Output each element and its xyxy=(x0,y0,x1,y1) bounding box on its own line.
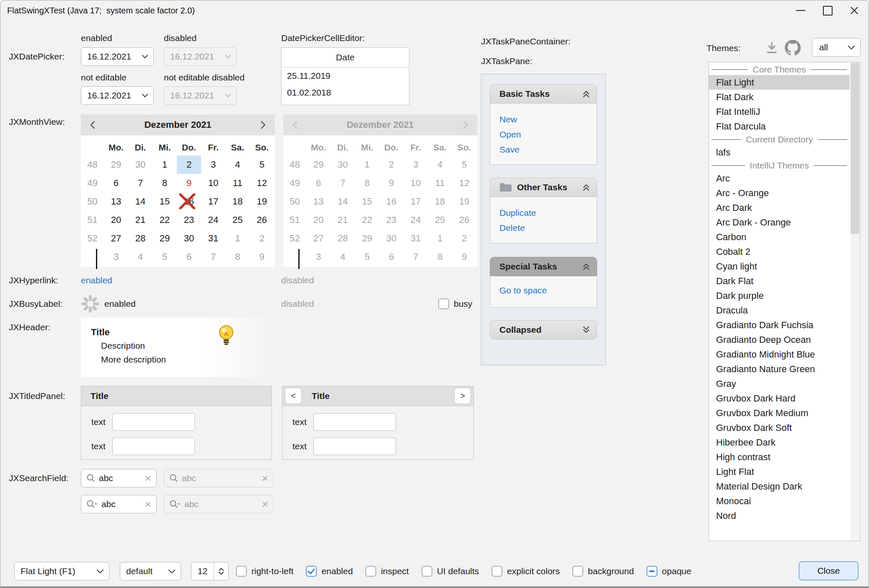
calendar-day-cell[interactable]: 29 xyxy=(153,229,177,248)
theme-row[interactable]: Monocai xyxy=(709,494,850,508)
theme-row[interactable]: IntelliJ Themes xyxy=(709,160,850,171)
datepicker-dropdown-button[interactable] xyxy=(132,54,153,59)
title-bar[interactable]: FlatSwingXTest (Java 17; system scale fa… xyxy=(0,0,869,21)
theme-row[interactable]: Hiberbee Dark xyxy=(709,435,850,450)
close-button[interactable]: Close xyxy=(799,561,859,580)
task-link[interactable]: Delete xyxy=(499,220,597,236)
calendar-day-cell[interactable]: 4 xyxy=(128,248,153,266)
theme-row[interactable]: Current Directory xyxy=(709,134,850,145)
calendar-day-cell[interactable]: 4 xyxy=(225,155,250,174)
theme-row[interactable]: Arc Dark - Orange xyxy=(709,215,850,230)
table-row[interactable]: 01.02.2018 xyxy=(282,84,409,101)
calendar-day-cell[interactable]: 14 xyxy=(128,192,153,211)
calendar-day-cell[interactable]: 7 xyxy=(128,174,153,192)
toolbar-checkbox[interactable]: background xyxy=(572,566,634,577)
theme-row[interactable]: Light Flat xyxy=(709,464,850,479)
taskpane-basic-header[interactable]: Basic Tasks xyxy=(490,84,597,104)
calendar-day-cell[interactable]: 1 xyxy=(153,155,177,174)
calendar-day-cell[interactable]: 3 xyxy=(104,248,128,266)
calendar-day-cell[interactable]: 11 xyxy=(225,174,250,192)
datepicker-not-editable[interactable]: 16.12.2021 xyxy=(81,86,154,105)
theme-row[interactable]: High contrast xyxy=(709,450,850,464)
minimize-button[interactable] xyxy=(787,0,814,21)
theme-row[interactable]: Gradianto Midnight Blue xyxy=(709,347,850,362)
theme-row[interactable]: lafs xyxy=(709,145,850,160)
toolbar-checkbox[interactable]: enabled xyxy=(306,566,353,577)
calendar-day-cell[interactable]: 1 xyxy=(225,229,250,248)
calendar-day-cell[interactable]: 23 xyxy=(177,211,201,229)
font-size-spinner[interactable]: 12 xyxy=(191,562,229,580)
calendar-day-cell[interactable]: 26 xyxy=(250,211,274,229)
calendar-day-cell[interactable]: 10 xyxy=(201,174,225,192)
calendar-day-cell[interactable]: 27 xyxy=(104,229,128,248)
calendar-day-cell[interactable]: 19 xyxy=(250,192,274,211)
task-link[interactable]: New xyxy=(499,112,597,127)
text-input[interactable] xyxy=(112,438,195,455)
theme-row[interactable]: Cobalt 2 xyxy=(709,244,850,259)
theme-row[interactable]: Gradianto Dark Fuchsia xyxy=(709,318,850,332)
calendar-day-cell[interactable]: 52 xyxy=(81,229,104,248)
calendar-day-cell[interactable]: 6 xyxy=(177,248,201,266)
calendar-day-cell[interactable] xyxy=(81,248,104,266)
theme-row[interactable]: Flat IntelliJ xyxy=(709,104,850,119)
lookandfeel-combobox[interactable]: Flat Light (F1) xyxy=(14,562,109,580)
calendar-day-cell[interactable]: 50 xyxy=(81,192,104,211)
task-link[interactable]: Save xyxy=(499,142,597,157)
theme-row[interactable]: Dracula xyxy=(709,303,850,318)
calendar-day-cell[interactable]: 30 xyxy=(177,229,201,248)
calendar-day-cell[interactable]: 3 xyxy=(201,155,225,174)
taskpane-collapsed-header[interactable]: Collapsed xyxy=(490,320,597,339)
calendar-day-cell[interactable]: 18 xyxy=(225,192,250,211)
titled-panel-next-button[interactable]: > xyxy=(454,388,471,404)
calendar-day-cell[interactable]: 24 xyxy=(201,211,225,229)
clear-icon[interactable]: × xyxy=(145,469,151,487)
theme-row[interactable]: Cyan light xyxy=(709,259,850,274)
datepicker-dropdown-button[interactable] xyxy=(132,93,153,98)
calendar-day-cell[interactable]: 16 xyxy=(177,192,201,211)
calendar-day-cell[interactable]: 28 xyxy=(128,229,153,248)
theme-row[interactable]: Gruvbox Dark Soft xyxy=(709,420,850,435)
theme-row[interactable]: Gray xyxy=(709,376,850,391)
calendar-day-cell[interactable]: 9 xyxy=(177,174,201,192)
clear-icon[interactable]: × xyxy=(145,495,151,513)
calendar-day-cell[interactable]: 25 xyxy=(225,211,250,229)
next-month-button[interactable] xyxy=(251,114,275,135)
calendar-day-cell[interactable]: 2 xyxy=(250,229,274,248)
text-input[interactable] xyxy=(313,438,396,455)
calendar-day-cell[interactable]: 17 xyxy=(201,192,225,211)
scrollbar-thumb[interactable] xyxy=(851,63,859,234)
style-combobox[interactable]: default xyxy=(120,562,181,580)
datepicker-enabled[interactable]: 16.12.2021 xyxy=(81,47,154,66)
theme-row[interactable]: Flat Darcula xyxy=(709,119,850,134)
search-field-enabled[interactable]: abc × xyxy=(81,469,157,487)
taskpane-special-header[interactable]: Special Tasks xyxy=(490,257,597,276)
maximize-button[interactable] xyxy=(814,0,841,21)
calendar-day-cell[interactable]: 7 xyxy=(201,248,225,266)
themes-scrollbar[interactable] xyxy=(851,63,859,540)
task-link[interactable]: Open xyxy=(499,127,597,142)
theme-row[interactable]: Gradianto Nature Green xyxy=(709,362,850,376)
theme-row[interactable]: Gruvbox Dark Medium xyxy=(709,406,850,420)
task-link[interactable]: Duplicate xyxy=(499,205,597,220)
toolbar-checkbox[interactable]: right-to-left xyxy=(236,566,293,577)
spinner-buttons[interactable] xyxy=(214,562,228,580)
close-window-button[interactable] xyxy=(841,0,868,21)
task-link[interactable]: Go to space xyxy=(499,283,597,298)
download-themes-button[interactable] xyxy=(765,41,779,57)
taskpane-other-header[interactable]: Other Tasks xyxy=(490,178,597,197)
calendar-day-cell[interactable]: 12 xyxy=(250,174,274,192)
theme-row[interactable]: Dark Flat xyxy=(709,274,850,288)
themes-filter-combobox[interactable]: all xyxy=(812,38,861,57)
calendar-day-cell[interactable]: 29 xyxy=(104,155,128,174)
theme-row[interactable]: Gruvbox Dark Hard xyxy=(709,391,850,406)
calendar-day-cell[interactable]: 8 xyxy=(225,248,250,266)
theme-row[interactable]: Dark purple xyxy=(709,288,850,303)
theme-row[interactable]: Arc - Orange xyxy=(709,186,850,200)
calendar-day-cell[interactable]: 13 xyxy=(104,192,128,211)
hyperlink-enabled[interactable]: enabled xyxy=(81,273,112,288)
calendar-day-cell[interactable]: 15 xyxy=(153,192,177,211)
toolbar-checkbox[interactable]: explicit colors xyxy=(491,566,560,577)
theme-row[interactable]: Carbon xyxy=(709,230,850,244)
theme-row[interactable]: Core Themes xyxy=(709,64,850,75)
calendar-day-cell[interactable]: 30 xyxy=(128,155,153,174)
